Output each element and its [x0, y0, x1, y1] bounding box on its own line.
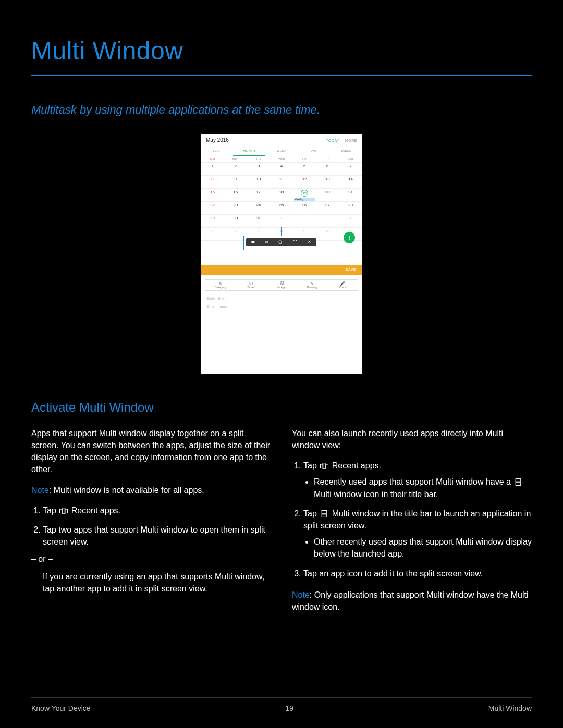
note-line: Note: Multi window is not available for …: [31, 484, 271, 496]
dow-fri: Fri: [316, 156, 339, 162]
footer-left: Know Your Device: [31, 704, 91, 712]
day-cell[interactable]: 25: [270, 201, 293, 214]
page-subtitle: Multitask by using multiple applications…: [31, 102, 532, 118]
day-cell[interactable]: 4: [270, 162, 293, 175]
svg-rect-7: [516, 483, 521, 486]
dow-sun: Sun: [201, 156, 224, 162]
day-cell[interactable]: 5: [201, 227, 224, 240]
dow-wed: Wed: [270, 156, 293, 162]
calendar-month-label: May 2016: [206, 137, 229, 143]
maximize-icon[interactable]: ⛶: [293, 240, 297, 244]
right-intro: You can also launch recently used apps d…: [292, 427, 532, 451]
day-cell[interactable]: 29: [201, 214, 224, 227]
day-cell[interactable]: 24: [247, 201, 270, 214]
day-cell[interactable]: 9: [224, 175, 247, 188]
day-cell[interactable]: 8: [201, 175, 224, 188]
day-cell[interactable]: 15: [201, 188, 224, 201]
close-icon[interactable]: ✕: [308, 240, 311, 244]
tab-week[interactable]: WEEK: [265, 146, 298, 156]
tool-category[interactable]: ≡Category: [205, 280, 236, 290]
enter-title-field[interactable]: Enter title: [201, 295, 362, 304]
tab-tasks[interactable]: TASKS: [330, 146, 362, 156]
r-bullet-1: Recently used apps that support Multi wi…: [314, 476, 532, 500]
tab-year[interactable]: YEAR: [201, 146, 233, 156]
device-screenshot: May 2016 TODAY MORE YEAR MONTH WEEK DAY …: [201, 134, 362, 374]
dow-tue: Tue: [247, 156, 270, 162]
enter-memo-field[interactable]: Enter memo: [201, 304, 362, 312]
screenshot-wrapper: May 2016 TODAY MORE YEAR MONTH WEEK DAY …: [31, 134, 532, 374]
day-cell[interactable]: 7: [339, 162, 362, 175]
day-cell[interactable]: 17: [247, 188, 270, 201]
intro-paragraph: Apps that support Multi window display t…: [31, 427, 271, 476]
save-button[interactable]: SAVE: [346, 268, 356, 272]
svg-rect-9: [322, 514, 327, 517]
day-cell[interactable]: 6: [316, 162, 339, 175]
r-bullet-2: Other recently used apps that support Mu…: [314, 536, 532, 560]
calendar-grid: 1 2 3 4 5 6 7 8 9 10 11 12 13 14 15 16 1…: [201, 162, 362, 241]
tab-day[interactable]: DAY: [298, 146, 330, 156]
day-cell[interactable]: 16: [224, 188, 247, 201]
tab-month[interactable]: MONTH: [233, 146, 265, 156]
day-cell[interactable]: 31: [247, 214, 270, 227]
day-cell[interactable]: 12: [293, 175, 316, 188]
step-1: Tap Recent apps.: [43, 504, 271, 516]
page-footer: Know Your Device 19 Multi Window: [31, 697, 532, 712]
day-cell[interactable]: 26: [293, 201, 316, 214]
multiwindow-toolbar[interactable]: ⇄ ⧉ ▢ ⛶ ✕: [246, 238, 316, 246]
right-note: Note: Only applications that support Mul…: [292, 589, 532, 613]
day-cell[interactable]: 20: [316, 188, 339, 201]
drag-content-icon[interactable]: ⧉: [265, 240, 268, 245]
day-cell[interactable]: 18: [270, 188, 293, 201]
section-heading: Activate Multi Window: [31, 400, 532, 415]
svg-rect-6: [516, 479, 521, 482]
dow-mon: Mon: [224, 156, 247, 162]
footer-right: Multi Window: [488, 704, 532, 712]
day-cell[interactable]: 1: [201, 162, 224, 175]
swap-apps-icon[interactable]: ⇄: [251, 240, 255, 244]
more-button[interactable]: MORE: [345, 139, 357, 142]
event-meeting[interactable]: Meeting: [294, 198, 315, 201]
multiwindow-icon: [319, 510, 329, 518]
title-rule: [31, 75, 532, 76]
day-cell[interactable]: 30: [224, 214, 247, 227]
day-cell[interactable]: 2: [224, 162, 247, 175]
day-cell[interactable]: 1: [270, 214, 293, 227]
day-cell[interactable]: 23: [224, 201, 247, 214]
day-cell[interactable]: 5: [293, 162, 316, 175]
add-event-fab[interactable]: +: [344, 232, 355, 243]
day-cell[interactable]: 14: [339, 175, 362, 188]
svg-rect-8: [322, 510, 327, 513]
day-cell[interactable]: 11: [270, 175, 293, 188]
footer-center: 19: [285, 704, 293, 712]
day-cell[interactable]: 3: [247, 162, 270, 175]
r-step-1: Tap Recent apps. Recently used apps that…: [303, 460, 532, 500]
right-column: You can also launch recently used apps d…: [292, 427, 532, 621]
dow-thu: Thu: [293, 156, 316, 162]
day-cell[interactable]: 10: [247, 175, 270, 188]
left-column: Apps that support Multi window display t…: [31, 427, 271, 621]
day-cell[interactable]: 13: [316, 175, 339, 188]
r-step-2: Tap Multi window in the title bar to lau…: [303, 508, 532, 560]
recent-apps-icon: [319, 462, 329, 470]
day-cell[interactable]: 10: [316, 227, 339, 240]
today-button[interactable]: TODAY: [326, 139, 339, 142]
dow-sat: Sat: [339, 156, 362, 162]
recent-apps-icon: [58, 507, 69, 515]
r-step-3: Tap an app icon to add it to the split s…: [303, 567, 532, 579]
tool-image[interactable]: 🖼Image: [266, 280, 297, 290]
day-cell[interactable]: 27: [316, 201, 339, 214]
day-cell[interactable]: 21: [339, 188, 362, 201]
tool-tasks[interactable]: ☑Tasks: [236, 280, 267, 290]
minimize-icon[interactable]: ▢: [278, 240, 283, 244]
tool-drawing[interactable]: ✎Drawing: [297, 280, 328, 290]
multiwindow-icon: [513, 478, 523, 486]
day-cell[interactable]: 2: [293, 214, 316, 227]
day-cell[interactable]: 22: [201, 201, 224, 214]
day-cell[interactable]: 28: [339, 201, 362, 214]
day-cell[interactable]: 4: [339, 214, 362, 227]
day-cell[interactable]: 6: [224, 227, 247, 240]
tool-voice[interactable]: 🎤Voice: [327, 280, 358, 290]
day-cell[interactable]: 3: [316, 214, 339, 227]
step-2: Tap two apps that support Multi window t…: [43, 524, 271, 595]
day-cell-today[interactable]: 19 Meeting: [293, 188, 316, 201]
